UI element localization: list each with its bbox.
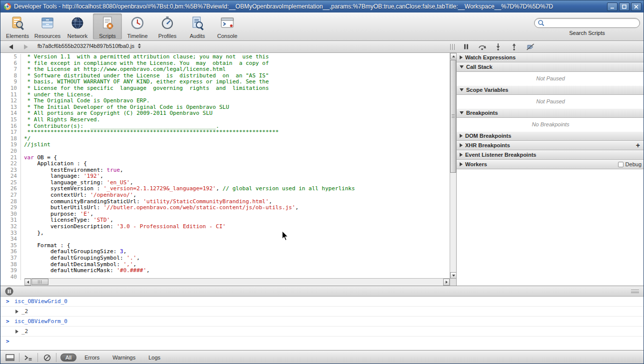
code-text: versionDescription: '3.0 - Professional … — [21, 224, 226, 230]
tab-network[interactable]: Network — [63, 13, 92, 39]
line-number[interactable]: 20 — [0, 148, 21, 155]
tab-elements[interactable]: Elements — [3, 13, 32, 39]
pane-title: XHR Breakpoints — [465, 142, 510, 148]
triangle-right-icon[interactable] — [15, 330, 18, 334]
filter-all[interactable]: All — [60, 354, 76, 362]
maximize-button[interactable] — [619, 2, 630, 11]
resources-icon — [39, 15, 55, 31]
line-number[interactable]: 8 — [0, 73, 21, 79]
back-button[interactable] — [4, 42, 17, 51]
line-number[interactable]: 7 — [0, 66, 21, 73]
sidebar-pane-header-watch-expressions[interactable]: Watch Expressions — [457, 53, 644, 62]
sidebar-pane-header-breakpoints[interactable]: Breakpoints — [457, 108, 644, 118]
tab-audits[interactable]: Audits — [183, 13, 212, 39]
step-over-button[interactable] — [476, 41, 489, 52]
line-number[interactable]: 40 — [0, 274, 21, 281]
pane-title: Call Stack — [466, 64, 493, 70]
triangle-right-icon — [460, 134, 463, 138]
pause-button[interactable] — [460, 41, 473, 52]
sidebar-pane-header-dom-breakpoints[interactable]: DOM Breakpoints — [457, 131, 644, 141]
sidebar-pane-header-xhr-breakpoints[interactable]: XHR Breakpoints+ — [457, 141, 644, 150]
file-selector[interactable]: fb7a8cf6b555b20327f4b897b510fba0.js — [37, 43, 141, 49]
triangle-down-icon — [460, 88, 464, 91]
pane-title: Breakpoints — [466, 110, 498, 116]
workers-debug-checkbox[interactable] — [618, 162, 624, 167]
pane-title: Watch Expressions — [465, 54, 516, 60]
line-number[interactable]: 12 — [0, 98, 21, 104]
add-xhr-breakpoint-button[interactable]: + — [635, 142, 642, 148]
line-number[interactable]: 29 — [0, 205, 21, 211]
clear-console-button[interactable] — [40, 353, 53, 363]
console-prompt[interactable]: > — [0, 337, 644, 346]
line-number[interactable]: 39 — [0, 268, 21, 274]
line-number[interactable]: 22 — [0, 161, 21, 167]
scroll-right-button[interactable] — [443, 279, 450, 286]
tab-console[interactable]: Console — [213, 13, 242, 39]
console-result: _2 — [0, 307, 644, 317]
profiles-icon — [159, 15, 175, 31]
source-line: 33 }, — [0, 230, 450, 237]
step-over-icon — [478, 43, 487, 50]
vertical-scroll-thumb[interactable] — [450, 60, 456, 173]
step-out-button[interactable] — [508, 41, 521, 52]
tab-resources[interactable]: Resources — [33, 13, 62, 39]
network-icon — [69, 15, 85, 31]
console-command: >isc_OBViewGrid_0 — [0, 297, 644, 307]
deactivate-breakpoints-button[interactable] — [524, 41, 537, 52]
horizontal-scrollbar[interactable] — [24, 278, 450, 286]
line-number[interactable]: 24 — [0, 173, 21, 180]
console-text: isc_OBViewForm_0 — [14, 318, 67, 325]
line-number[interactable]: 6 — [0, 60, 21, 67]
line-number[interactable]: 27 — [0, 192, 21, 199]
line-number[interactable]: 10 — [0, 85, 21, 92]
pause-icon — [463, 43, 470, 50]
sidebar-panes: Watch ExpressionsCall StackNot PausedSco… — [457, 53, 644, 169]
tab-profiles[interactable]: Profiles — [153, 13, 182, 39]
line-number[interactable]: 17 — [0, 129, 21, 136]
line-number[interactable]: 37 — [0, 255, 21, 262]
sidebar-pane-header-call-stack[interactable]: Call Stack — [457, 62, 644, 72]
line-number[interactable]: 34 — [0, 236, 21, 243]
filter-logs[interactable]: Logs — [143, 354, 165, 362]
console-toggle-button[interactable] — [3, 353, 16, 363]
search-label: Search Scripts — [534, 30, 640, 36]
vertical-scrollbar[interactable] — [450, 53, 456, 279]
console-result: _2 — [0, 327, 644, 337]
timeline-icon — [129, 15, 145, 31]
step-into-button[interactable] — [492, 41, 505, 52]
drawer-resize-grip[interactable] — [631, 290, 639, 293]
source-editor[interactable]: 5 * Version 1.1 with a permitted attribu… — [0, 53, 450, 286]
sidebar-pane-header-scope-variables[interactable]: Scope Variables — [457, 85, 644, 95]
console-icon — [219, 15, 235, 31]
prompt-icon: > — [3, 318, 14, 325]
triangle-right-icon[interactable] — [15, 310, 18, 314]
console-drawer[interactable]: >isc_OBViewGrid_0_2>isc_OBViewForm_0_2> — [0, 297, 644, 350]
console-status-bar: All Errors Warnings Logs — [0, 350, 644, 364]
minimize-button[interactable] — [607, 2, 618, 11]
step-out-icon — [511, 43, 518, 50]
tab-timeline[interactable]: Timeline — [123, 13, 152, 39]
line-number[interactable]: 32 — [0, 224, 21, 230]
line-number[interactable]: 5 — [0, 54, 21, 60]
triangle-right-icon — [460, 153, 463, 157]
search-input[interactable] — [534, 18, 640, 28]
console-prompt-button[interactable] — [22, 353, 35, 363]
horizontal-scroll-thumb[interactable] — [31, 279, 48, 285]
scroll-left-button[interactable] — [24, 279, 31, 286]
scripts-icon — [99, 15, 115, 31]
panel-tabs: Elements Resources — [2, 12, 242, 40]
search-icon — [538, 19, 545, 28]
close-button[interactable] — [631, 2, 642, 11]
sidebar-pane-header-workers[interactable]: WorkersDebug — [457, 160, 644, 169]
sidebar-pane-header-event-listener-breakpoints[interactable]: Event Listener Breakpoints — [457, 150, 644, 160]
forward-button[interactable] — [19, 42, 32, 51]
pane-body-breakpoints: No Breakpoints — [457, 118, 644, 131]
filter-errors[interactable]: Errors — [79, 354, 104, 362]
pause-on-exceptions-button[interactable] — [5, 287, 13, 296]
line-number[interactable]: 15 — [0, 117, 21, 123]
splitter-grip[interactable] — [450, 44, 455, 50]
filter-warnings[interactable]: Warnings — [107, 354, 140, 362]
titlebar[interactable]: Developer Tools - http://localhost:8080/… — [0, 0, 644, 12]
code-text: //jslint — [21, 142, 50, 148]
tab-scripts[interactable]: Scripts — [93, 13, 122, 39]
